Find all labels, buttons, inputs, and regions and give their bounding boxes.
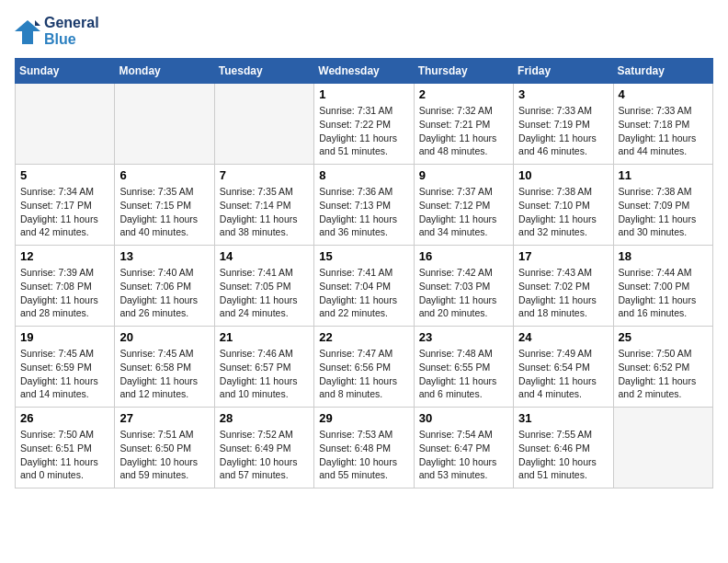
day-number: 22 <box>319 330 408 344</box>
day-info: Sunrise: 7:47 AM Sunset: 6:56 PM Dayligh… <box>319 347 408 401</box>
calendar-cell: 18Sunrise: 7:44 AM Sunset: 7:00 PM Dayli… <box>613 246 712 327</box>
day-info: Sunrise: 7:35 AM Sunset: 7:14 PM Dayligh… <box>220 185 309 239</box>
day-number: 10 <box>518 168 608 182</box>
day-number: 29 <box>319 411 408 425</box>
day-info: Sunrise: 7:55 AM Sunset: 6:46 PM Dayligh… <box>518 428 608 482</box>
calendar-cell: 19Sunrise: 7:45 AM Sunset: 6:59 PM Dayli… <box>16 327 115 408</box>
calendar-cell: 9Sunrise: 7:37 AM Sunset: 7:12 PM Daylig… <box>414 165 513 246</box>
logo-general-text: General <box>44 15 99 31</box>
day-info: Sunrise: 7:52 AM Sunset: 6:49 PM Dayligh… <box>220 428 309 482</box>
calendar-week-row: 26Sunrise: 7:50 AM Sunset: 6:51 PM Dayli… <box>16 408 713 488</box>
calendar-header-row: SundayMondayTuesdayWednesdayThursdayFrid… <box>16 59 713 84</box>
day-number: 21 <box>220 330 309 344</box>
day-info: Sunrise: 7:32 AM Sunset: 7:21 PM Dayligh… <box>419 104 508 158</box>
day-info: Sunrise: 7:42 AM Sunset: 7:03 PM Dayligh… <box>419 266 508 320</box>
page-header: General Blue <box>15 15 713 47</box>
calendar-cell: 26Sunrise: 7:50 AM Sunset: 6:51 PM Dayli… <box>16 408 115 488</box>
calendar-cell: 15Sunrise: 7:41 AM Sunset: 7:04 PM Dayli… <box>314 246 414 327</box>
weekday-header-saturday: Saturday <box>613 59 712 84</box>
day-info: Sunrise: 7:46 AM Sunset: 6:57 PM Dayligh… <box>220 347 309 401</box>
day-info: Sunrise: 7:50 AM Sunset: 6:52 PM Dayligh… <box>619 347 708 401</box>
calendar-cell: 2Sunrise: 7:32 AM Sunset: 7:21 PM Daylig… <box>414 84 513 165</box>
calendar-cell: 17Sunrise: 7:43 AM Sunset: 7:02 PM Dayli… <box>514 246 613 327</box>
day-number: 23 <box>419 330 508 344</box>
day-number: 3 <box>518 87 608 101</box>
calendar-week-row: 12Sunrise: 7:39 AM Sunset: 7:08 PM Dayli… <box>16 246 713 327</box>
day-number: 1 <box>319 87 408 101</box>
day-info: Sunrise: 7:33 AM Sunset: 7:18 PM Dayligh… <box>619 104 708 158</box>
calendar-cell: 3Sunrise: 7:33 AM Sunset: 7:19 PM Daylig… <box>514 84 613 165</box>
day-number: 8 <box>319 168 408 182</box>
calendar-cell: 10Sunrise: 7:38 AM Sunset: 7:10 PM Dayli… <box>514 165 613 246</box>
weekday-header-tuesday: Tuesday <box>214 59 313 84</box>
day-number: 31 <box>518 411 608 425</box>
weekday-header-thursday: Thursday <box>414 59 513 84</box>
weekday-header-friday: Friday <box>514 59 613 84</box>
day-number: 11 <box>619 168 708 182</box>
calendar-cell <box>16 84 115 165</box>
calendar-week-row: 19Sunrise: 7:45 AM Sunset: 6:59 PM Dayli… <box>16 327 713 408</box>
logo-container: General Blue <box>15 15 99 47</box>
day-number: 16 <box>419 249 508 263</box>
calendar-cell: 14Sunrise: 7:41 AM Sunset: 7:05 PM Dayli… <box>214 246 313 327</box>
day-info: Sunrise: 7:50 AM Sunset: 6:51 PM Dayligh… <box>20 428 109 482</box>
calendar-cell: 24Sunrise: 7:49 AM Sunset: 6:54 PM Dayli… <box>514 327 613 408</box>
day-info: Sunrise: 7:45 AM Sunset: 6:58 PM Dayligh… <box>119 347 209 401</box>
day-number: 27 <box>119 411 209 425</box>
day-info: Sunrise: 7:45 AM Sunset: 6:59 PM Dayligh… <box>20 347 109 401</box>
calendar-cell: 23Sunrise: 7:48 AM Sunset: 6:55 PM Dayli… <box>414 327 513 408</box>
day-number: 18 <box>619 249 708 263</box>
day-info: Sunrise: 7:41 AM Sunset: 7:04 PM Dayligh… <box>319 266 408 320</box>
calendar-cell: 1Sunrise: 7:31 AM Sunset: 7:22 PM Daylig… <box>314 84 414 165</box>
calendar-cell <box>214 84 313 165</box>
day-number: 6 <box>119 168 209 182</box>
calendar-cell: 5Sunrise: 7:34 AM Sunset: 7:17 PM Daylig… <box>16 165 115 246</box>
calendar-week-row: 1Sunrise: 7:31 AM Sunset: 7:22 PM Daylig… <box>16 84 713 165</box>
calendar-cell: 4Sunrise: 7:33 AM Sunset: 7:18 PM Daylig… <box>613 84 712 165</box>
day-info: Sunrise: 7:51 AM Sunset: 6:50 PM Dayligh… <box>119 428 209 482</box>
calendar-cell: 6Sunrise: 7:35 AM Sunset: 7:15 PM Daylig… <box>115 165 214 246</box>
day-number: 30 <box>419 411 508 425</box>
day-number: 14 <box>220 249 309 263</box>
calendar-cell: 30Sunrise: 7:54 AM Sunset: 6:47 PM Dayli… <box>414 408 513 488</box>
day-number: 15 <box>319 249 408 263</box>
day-info: Sunrise: 7:31 AM Sunset: 7:22 PM Dayligh… <box>319 104 408 158</box>
calendar-cell: 16Sunrise: 7:42 AM Sunset: 7:03 PM Dayli… <box>414 246 513 327</box>
day-number: 25 <box>619 330 708 344</box>
logo-text-block: General Blue <box>44 15 99 47</box>
calendar-cell: 21Sunrise: 7:46 AM Sunset: 6:57 PM Dayli… <box>214 327 313 408</box>
day-info: Sunrise: 7:48 AM Sunset: 6:55 PM Dayligh… <box>419 347 508 401</box>
calendar-cell <box>115 84 214 165</box>
day-number: 20 <box>119 330 209 344</box>
calendar-cell: 11Sunrise: 7:38 AM Sunset: 7:09 PM Dayli… <box>613 165 712 246</box>
day-info: Sunrise: 7:38 AM Sunset: 7:09 PM Dayligh… <box>619 185 708 239</box>
day-number: 5 <box>20 168 109 182</box>
day-info: Sunrise: 7:43 AM Sunset: 7:02 PM Dayligh… <box>518 266 608 320</box>
calendar-cell: 20Sunrise: 7:45 AM Sunset: 6:58 PM Dayli… <box>115 327 214 408</box>
calendar-table: SundayMondayTuesdayWednesdayThursdayFrid… <box>15 58 713 488</box>
logo-blue-text: Blue <box>44 31 99 48</box>
day-info: Sunrise: 7:35 AM Sunset: 7:15 PM Dayligh… <box>119 185 209 239</box>
calendar-cell: 7Sunrise: 7:35 AM Sunset: 7:14 PM Daylig… <box>214 165 313 246</box>
calendar-cell: 13Sunrise: 7:40 AM Sunset: 7:06 PM Dayli… <box>115 246 214 327</box>
logo-bird-icon <box>15 18 40 44</box>
day-info: Sunrise: 7:54 AM Sunset: 6:47 PM Dayligh… <box>419 428 508 482</box>
weekday-header-monday: Monday <box>115 59 214 84</box>
day-info: Sunrise: 7:38 AM Sunset: 7:10 PM Dayligh… <box>518 185 608 239</box>
calendar-cell: 25Sunrise: 7:50 AM Sunset: 6:52 PM Dayli… <box>613 327 712 408</box>
day-info: Sunrise: 7:41 AM Sunset: 7:05 PM Dayligh… <box>220 266 309 320</box>
day-number: 17 <box>518 249 608 263</box>
calendar-cell <box>613 408 712 488</box>
day-number: 12 <box>20 249 109 263</box>
calendar-cell: 31Sunrise: 7:55 AM Sunset: 6:46 PM Dayli… <box>514 408 613 488</box>
calendar-cell: 8Sunrise: 7:36 AM Sunset: 7:13 PM Daylig… <box>314 165 414 246</box>
weekday-header-wednesday: Wednesday <box>314 59 414 84</box>
day-info: Sunrise: 7:40 AM Sunset: 7:06 PM Dayligh… <box>119 266 209 320</box>
day-info: Sunrise: 7:49 AM Sunset: 6:54 PM Dayligh… <box>518 347 608 401</box>
day-number: 2 <box>419 87 508 101</box>
calendar-cell: 27Sunrise: 7:51 AM Sunset: 6:50 PM Dayli… <box>115 408 214 488</box>
day-number: 19 <box>20 330 109 344</box>
day-number: 26 <box>20 411 109 425</box>
logo: General Blue <box>15 15 99 47</box>
day-number: 7 <box>220 168 309 182</box>
